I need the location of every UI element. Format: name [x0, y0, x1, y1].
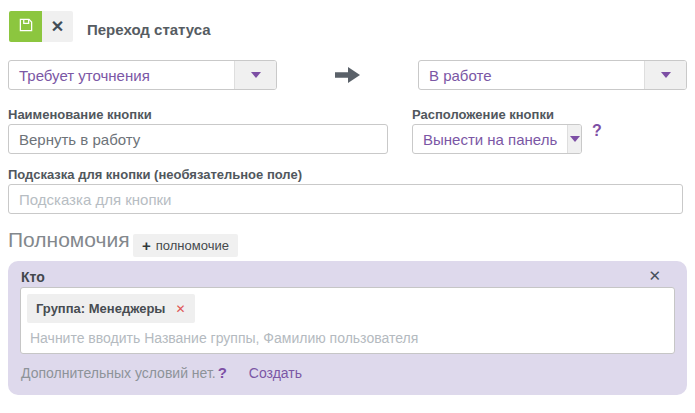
- permission-card-who: Кто ✕ Группа: Менеджеры ✕ Начните вводит…: [8, 261, 687, 395]
- button-name-label: Наименование кнопки: [8, 107, 152, 122]
- plus-icon: +: [142, 237, 151, 254]
- permission-card-title: Кто: [21, 269, 45, 285]
- chevron-down-icon: [567, 125, 581, 153]
- who-input-placeholder: Начните вводить Название группы, Фамилию…: [30, 330, 418, 346]
- button-position-select[interactable]: Вынести на панель: [412, 124, 582, 154]
- save-button[interactable]: [9, 11, 42, 42]
- close-icon: ✕: [175, 302, 185, 316]
- add-permission-label: полномочие: [156, 238, 229, 253]
- selected-group-tag: Группа: Менеджеры ✕: [27, 294, 195, 323]
- no-conditions-text: Дополнительных условий нет.: [21, 365, 216, 381]
- to-status-select[interactable]: В работе: [418, 60, 687, 90]
- transition-arrow-icon: [334, 66, 361, 88]
- permissions-heading: Полномочия: [8, 228, 130, 252]
- position-help-icon[interactable]: ?: [592, 122, 602, 140]
- chevron-down-icon: [234, 61, 276, 89]
- cancel-button[interactable]: ✕: [42, 11, 73, 42]
- button-name-input[interactable]: [8, 124, 388, 154]
- who-multiselect-input[interactable]: Группа: Менеджеры ✕ Начните вводить Назв…: [20, 287, 675, 354]
- close-icon: ✕: [648, 267, 661, 284]
- from-status-value: Требует уточнения: [9, 67, 234, 84]
- close-icon: ✕: [51, 19, 64, 35]
- button-position-value: Вынести на панель: [413, 131, 567, 148]
- button-position-label: Расположение кнопки: [412, 107, 554, 122]
- floppy-disk-icon: [17, 16, 35, 37]
- permission-card-close-button[interactable]: ✕: [648, 267, 661, 285]
- create-condition-link[interactable]: Создать: [249, 365, 302, 381]
- permission-card-footer: Дополнительных условий нет. ? Создать: [21, 364, 302, 381]
- tag-label: Группа: Менеджеры: [36, 301, 165, 316]
- to-status-value: В работе: [419, 67, 644, 84]
- button-tooltip-label: Подсказка для кнопки (необязательное пол…: [8, 167, 302, 182]
- button-tooltip-input[interactable]: [8, 184, 683, 214]
- page-title: Переход статуса: [87, 21, 211, 38]
- conditions-help-icon[interactable]: ?: [218, 364, 227, 381]
- tag-remove-button[interactable]: ✕: [175, 303, 185, 315]
- add-permission-button[interactable]: + полномочие: [133, 234, 238, 257]
- from-status-select[interactable]: Требует уточнения: [8, 60, 277, 90]
- status-transition-form: ✕ Переход статуса Требует уточнения В ра…: [0, 0, 695, 413]
- chevron-down-icon: [644, 61, 686, 89]
